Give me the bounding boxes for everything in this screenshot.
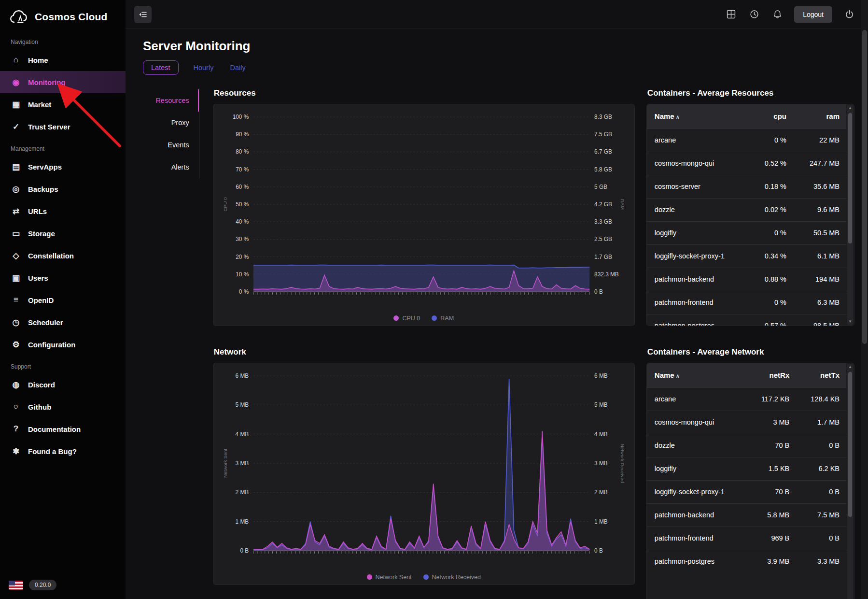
legend-item[interactable]: Network Sent <box>367 574 412 581</box>
sidebar-item-label: Trust Server <box>28 123 70 131</box>
table-row[interactable]: patchmon-backend5.8 MB7.5 MB <box>647 503 846 527</box>
sidebar-item-documentation[interactable]: ?Documentation <box>0 418 126 440</box>
network-table-card: Name ∧netRxnetTx arcane117.2 KB128.4 KBc… <box>646 363 854 599</box>
sidebar-item-users[interactable]: ▣Users <box>0 267 126 289</box>
column-header-cpu[interactable]: cpu <box>750 104 793 128</box>
table-row[interactable]: patchmon-backend0.88 %194 MB <box>647 268 846 291</box>
table-row[interactable]: loggifly-socket-proxy-170 B0 B <box>647 480 846 503</box>
sidebar-item-configuration[interactable]: ⚙Configuration <box>0 333 126 356</box>
sidebar-item-trust-server[interactable]: ✓Trust Server <box>0 115 126 138</box>
sidebar-item-label: URLs <box>28 207 47 215</box>
sidebar-item-monitoring[interactable]: ◉Monitoring <box>0 71 126 93</box>
scroll-down-icon[interactable]: ▼ <box>847 319 853 325</box>
home-icon: ⌂ <box>11 55 21 65</box>
sidebar-item-constellation[interactable]: ◇Constellation <box>0 244 126 267</box>
sidebar-item-found-a-bug[interactable]: ✱Found a Bug? <box>0 440 126 462</box>
column-header-netrx[interactable]: netRx <box>747 363 796 387</box>
legend-dot <box>367 574 372 580</box>
table-row[interactable]: patchmon-frontend0 %6.3 MB <box>647 291 846 314</box>
table-row[interactable]: cosmos-server0.18 %35.6 MB <box>647 175 846 198</box>
svg-text:30 %: 30 % <box>236 236 249 242</box>
column-header-name[interactable]: Name ∧ <box>647 363 747 387</box>
table-row[interactable]: loggifly0 %50.5 MB <box>647 221 846 244</box>
column-header-ram[interactable]: ram <box>793 104 846 128</box>
scrollbar-thumb[interactable] <box>848 372 852 517</box>
table-row[interactable]: loggifly-socket-proxy-10.34 %6.1 MB <box>647 244 846 268</box>
version-badge: 0.20.0 <box>29 580 56 590</box>
sidebar-item-storage[interactable]: ▭Storage <box>0 222 126 244</box>
cell-value: 3.9 MB <box>747 550 796 573</box>
legend-item[interactable]: CPU 0 <box>393 315 420 322</box>
clock-icon[interactable] <box>748 8 760 21</box>
time-tab-daily[interactable]: Daily <box>228 60 247 75</box>
page-scrollbar-thumb[interactable] <box>862 30 867 344</box>
sidebar-item-market[interactable]: ▦Market <box>0 93 126 115</box>
svg-text:8.3 GB: 8.3 GB <box>594 114 612 120</box>
app-logo[interactable]: Cosmos Cloud <box>0 0 126 31</box>
table-row[interactable]: dozzle0.02 %9.6 MB <box>647 198 846 221</box>
cell-value: 98.5 MB <box>793 314 846 326</box>
power-icon[interactable] <box>843 8 855 21</box>
network-table-scrollbar[interactable]: ▲ ▼ <box>847 364 853 599</box>
cell-value: 3.3 MB <box>796 550 846 573</box>
sidebar-item-home[interactable]: ⌂Home <box>0 49 126 71</box>
table-row[interactable]: arcane0 %22 MB <box>647 128 846 152</box>
discord-icon: ◍ <box>11 380 21 390</box>
scroll-up-icon[interactable]: ▲ <box>847 105 853 111</box>
svg-text:100 %: 100 % <box>232 114 249 120</box>
svg-text:5 MB: 5 MB <box>594 401 608 408</box>
flag-canton <box>9 581 15 585</box>
sidebar-collapse-button[interactable] <box>134 6 152 23</box>
column-header-nettx[interactable]: netTx <box>796 363 846 387</box>
sidebar-item-label: Documentation <box>28 425 81 433</box>
container-name: loggifly-socket-proxy-1 <box>647 244 750 268</box>
sidebar-item-urls[interactable]: ⇄URLs <box>0 200 126 222</box>
cell-value: 117.2 KB <box>747 387 796 411</box>
resources-table-card: Name ∧cpuram arcane0 %22 MBcosmos-mongo-… <box>646 104 854 326</box>
table-row[interactable]: patchmon-postgres0.57 %98.5 MB <box>647 314 846 326</box>
logout-button[interactable]: Logout <box>794 6 832 23</box>
legend-item[interactable]: RAM <box>432 315 454 322</box>
svg-text:1 MB: 1 MB <box>594 518 608 525</box>
table-row[interactable]: arcane117.2 KB128.4 KB <box>647 387 846 411</box>
table-row[interactable]: cosmos-mongo-qui3 MB1.7 MB <box>647 411 846 434</box>
us-flag-icon[interactable] <box>9 581 23 590</box>
svg-text:4 MB: 4 MB <box>235 431 249 438</box>
cosmos-cloud-logo-icon <box>9 8 29 26</box>
sidebar-item-openid[interactable]: ≡OpenID <box>0 289 126 311</box>
time-tab-hourly[interactable]: Hourly <box>192 60 215 75</box>
cell-value: 0 B <box>796 527 846 550</box>
sidebar-item-scheduler[interactable]: ◷Scheduler <box>0 311 126 333</box>
sidebar-item-backups[interactable]: ◎Backups <box>0 178 126 200</box>
svg-text:90 %: 90 % <box>236 131 249 138</box>
column-header-name[interactable]: Name ∧ <box>647 104 750 128</box>
sidebar-item-discord[interactable]: ◍Discord <box>0 373 126 396</box>
table-row[interactable]: loggifly1.5 KB6.2 KB <box>647 457 846 480</box>
grid-view-icon[interactable] <box>725 8 737 21</box>
table-row[interactable]: cosmos-mongo-qui0.52 %247.7 MB <box>647 152 846 175</box>
time-tab-latest[interactable]: Latest <box>143 60 179 75</box>
scrollbar-thumb[interactable] <box>848 113 852 243</box>
table-row[interactable]: patchmon-postgres3.9 MB3.3 MB <box>647 550 846 573</box>
tab-resources[interactable]: Resources <box>143 89 199 112</box>
scroll-up-icon[interactable]: ▲ <box>847 364 853 370</box>
table-row[interactable]: patchmon-frontend969 B0 B <box>647 527 846 550</box>
sidebar-item-github[interactable]: ○Github <box>0 396 126 418</box>
resources-section-title: Resources <box>214 88 635 98</box>
resources-chart: 0 %10 %20 %30 %40 %50 %60 %70 %80 %90 %1… <box>220 111 628 309</box>
sidebar-item-servapps[interactable]: ▤ServApps <box>0 156 126 178</box>
sort-ascending-icon: ∧ <box>674 373 680 379</box>
resources-chart-card: 0 %10 %20 %30 %40 %50 %60 %70 %80 %90 %1… <box>213 104 635 326</box>
notifications-bell-icon[interactable] <box>771 8 784 21</box>
resources-table-scrollbar[interactable]: ▲ ▼ <box>847 105 853 325</box>
tab-proxy[interactable]: Proxy <box>143 112 199 134</box>
tab-alerts[interactable]: Alerts <box>143 156 199 178</box>
container-name: dozzle <box>647 198 750 221</box>
svg-text:5 GB: 5 GB <box>594 184 607 190</box>
tab-events[interactable]: Events <box>143 134 199 156</box>
table-row[interactable]: dozzle70 B0 B <box>647 434 846 457</box>
openid-icon: ≡ <box>11 295 21 305</box>
page-scrollbar[interactable] <box>861 0 868 599</box>
legend-item[interactable]: Network Received <box>423 574 481 581</box>
sidebar: Cosmos Cloud Navigation⌂Home◉Monitoring▦… <box>0 0 126 599</box>
